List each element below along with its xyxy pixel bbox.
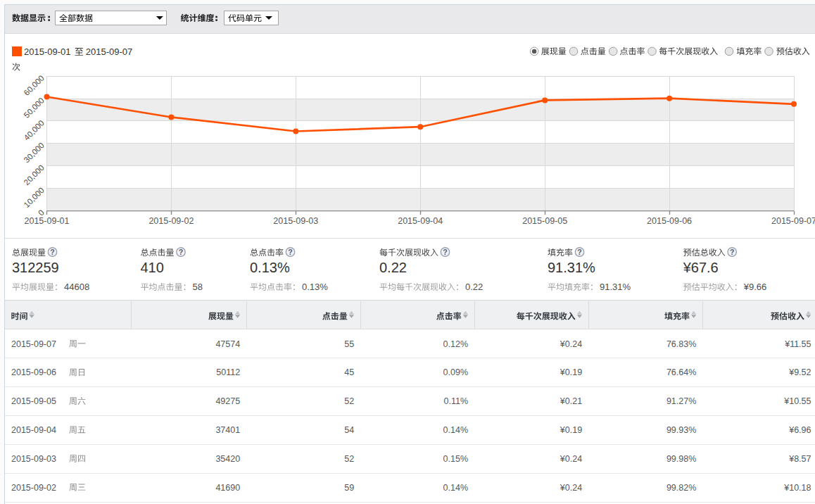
svg-text:¥0.24: ¥0.24 (560, 454, 582, 464)
svg-text:49275: 49275 (215, 396, 240, 406)
svg-text:2015-09-06: 2015-09-06 (11, 367, 56, 377)
svg-text:54: 54 (344, 425, 354, 435)
svg-text:¥9.66: ¥9.66 (743, 282, 767, 292)
svg-text:¥0.24: ¥0.24 (560, 483, 582, 493)
svg-text:2015-09-07: 2015-09-07 (11, 339, 56, 349)
svg-text:?: ? (443, 248, 447, 256)
svg-text:50112: 50112 (216, 367, 240, 377)
svg-text:52: 52 (344, 396, 354, 406)
svg-text:2015-09-07: 2015-09-07 (86, 46, 133, 57)
svg-text:76.83%: 76.83% (666, 339, 696, 349)
svg-text:?: ? (179, 248, 183, 256)
svg-text:2015-09-02: 2015-09-02 (11, 483, 56, 493)
svg-text:44608: 44608 (64, 282, 89, 292)
svg-text:99.82%: 99.82% (666, 483, 696, 493)
svg-text:55: 55 (344, 339, 354, 349)
svg-text:99.98%: 99.98% (666, 454, 696, 464)
svg-text:0.15%: 0.15% (443, 454, 468, 464)
svg-text:0.14%: 0.14% (443, 483, 468, 493)
svg-text:2015-09-04: 2015-09-04 (11, 425, 56, 435)
svg-text:0.12%: 0.12% (443, 339, 468, 349)
svg-text:¥67.6: ¥67.6 (683, 260, 719, 275)
svg-text:¥0.19: ¥0.19 (560, 425, 582, 435)
svg-text:¥0.24: ¥0.24 (560, 339, 582, 349)
svg-text:35420: 35420 (215, 454, 240, 464)
svg-text:2015-09-01: 2015-09-01 (25, 216, 70, 226)
svg-text:0.13%: 0.13% (302, 282, 328, 292)
svg-text:58: 58 (193, 282, 203, 292)
svg-text:¥8.57: ¥8.57 (788, 454, 811, 464)
svg-text:¥9.52: ¥9.52 (788, 367, 811, 377)
svg-text:2015-09-04: 2015-09-04 (398, 216, 443, 226)
svg-text:2015-09-05: 2015-09-05 (11, 396, 56, 406)
svg-text:?: ? (50, 248, 54, 256)
svg-text:0.22: 0.22 (379, 260, 407, 275)
svg-text:2015-09-02: 2015-09-02 (149, 216, 194, 226)
svg-text:91.27%: 91.27% (666, 396, 696, 406)
svg-text:0.13%: 0.13% (250, 260, 290, 275)
svg-text:0.22: 0.22 (465, 282, 483, 292)
svg-text:47574: 47574 (215, 339, 240, 349)
svg-text:0.11%: 0.11% (443, 396, 468, 406)
svg-text:?: ? (577, 248, 581, 256)
svg-text:¥11.55: ¥11.55 (784, 339, 811, 349)
svg-text:¥10.55: ¥10.55 (783, 396, 811, 406)
svg-text:91.31%: 91.31% (548, 260, 595, 275)
svg-text:91.31%: 91.31% (600, 282, 631, 292)
svg-text:¥10.18: ¥10.18 (783, 483, 811, 493)
svg-text:?: ? (730, 248, 734, 256)
svg-text:59: 59 (344, 483, 354, 493)
svg-text:45: 45 (344, 367, 354, 377)
svg-text:37401: 37401 (215, 425, 240, 435)
svg-text:0.09%: 0.09% (443, 367, 468, 377)
svg-text:410: 410 (141, 260, 164, 275)
svg-text:52: 52 (344, 454, 354, 464)
svg-text:¥0.21: ¥0.21 (560, 396, 582, 406)
svg-text:2015-09-07: 2015-09-07 (771, 216, 815, 226)
svg-text:2015-09-05: 2015-09-05 (522, 216, 567, 226)
svg-text:312259: 312259 (12, 260, 59, 275)
svg-text:¥0.19: ¥0.19 (560, 367, 582, 377)
svg-text:76.64%: 76.64% (666, 367, 696, 377)
svg-text:0.14%: 0.14% (443, 425, 468, 435)
svg-text:2015-09-03: 2015-09-03 (273, 216, 318, 226)
svg-text:99.93%: 99.93% (666, 425, 696, 435)
svg-text:2015-09-06: 2015-09-06 (647, 216, 692, 226)
svg-text:?: ? (288, 248, 292, 256)
svg-text:2015-09-03: 2015-09-03 (11, 454, 56, 464)
svg-text:¥6.96: ¥6.96 (788, 425, 811, 435)
svg-text:41690: 41690 (215, 483, 240, 493)
svg-text:2015-09-01: 2015-09-01 (24, 46, 71, 57)
